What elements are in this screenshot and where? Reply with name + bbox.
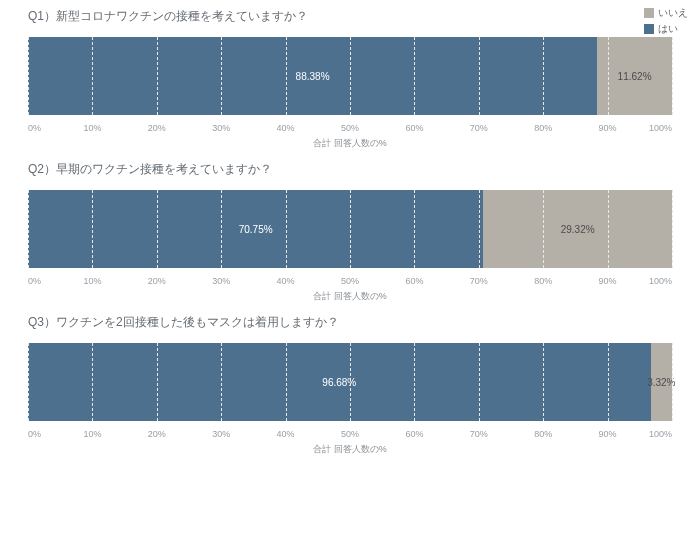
legend-item-yes: はい xyxy=(644,22,688,36)
tick-label: 80% xyxy=(534,123,552,133)
square-icon xyxy=(644,24,654,34)
tick-label: 60% xyxy=(405,429,423,439)
tick-label: 10% xyxy=(83,123,101,133)
tick-label: 70% xyxy=(470,429,488,439)
plot-area: 88.38%11.62% xyxy=(28,37,672,115)
legend-label-yes: はい xyxy=(658,22,678,36)
chart-block-q3: Q3）ワクチンを2回接種した後もマスクは着用しますか？96.68%3.32%0%… xyxy=(28,314,672,457)
tick-label: 20% xyxy=(148,276,166,286)
tick-label: 90% xyxy=(599,276,617,286)
tick-label: 50% xyxy=(341,123,359,133)
tick-label: 10% xyxy=(83,429,101,439)
charts-container: Q1）新型コロナワクチンの接種を考えていますか？88.38%11.62%0%10… xyxy=(0,0,700,475)
tick-label: 60% xyxy=(405,276,423,286)
chart-block-q2: Q2）早期のワクチン接種を考えていますか？70.75%29.32%0%10%20… xyxy=(28,161,672,304)
bar-segment-no: 29.32% xyxy=(483,190,672,268)
x-axis: 0%10%20%30%40%50%60%70%80%90%100%合計 回答人数… xyxy=(28,123,672,151)
tick-label: 30% xyxy=(212,276,230,286)
plot-area: 96.68%3.32% xyxy=(28,343,672,421)
x-axis-label: 合計 回答人数の% xyxy=(313,137,387,150)
stacked-bar: 70.75%29.32% xyxy=(28,190,672,268)
bar-segment-yes: 88.38% xyxy=(28,37,597,115)
stacked-bar: 96.68%3.32% xyxy=(28,343,672,421)
tick-label: 90% xyxy=(599,123,617,133)
legend-label-no: いいえ xyxy=(658,6,688,20)
tick-label: 80% xyxy=(534,276,552,286)
tick-label: 80% xyxy=(534,429,552,439)
tick-label: 40% xyxy=(277,123,295,133)
tick-label: 50% xyxy=(341,429,359,439)
tick-label: 40% xyxy=(277,276,295,286)
x-axis-label: 合計 回答人数の% xyxy=(313,443,387,456)
tick-label: 20% xyxy=(148,123,166,133)
question-title: Q2）早期のワクチン接種を考えていますか？ xyxy=(28,161,672,178)
bar-segment-yes: 70.75% xyxy=(28,190,483,268)
tick-label: 20% xyxy=(148,429,166,439)
tick-label: 40% xyxy=(277,429,295,439)
bar-segment-no: 11.62% xyxy=(597,37,672,115)
tick-label: 100% xyxy=(649,429,672,439)
x-axis: 0%10%20%30%40%50%60%70%80%90%100%合計 回答人数… xyxy=(28,276,672,304)
x-axis-label: 合計 回答人数の% xyxy=(313,290,387,303)
tick-label: 0% xyxy=(28,123,41,133)
tick-label: 30% xyxy=(212,123,230,133)
tick-label: 70% xyxy=(470,123,488,133)
bar-segment-yes: 96.68% xyxy=(28,343,651,421)
bar-segment-no: 3.32% xyxy=(651,343,672,421)
tick-label: 100% xyxy=(649,123,672,133)
tick-label: 50% xyxy=(341,276,359,286)
plot-area: 70.75%29.32% xyxy=(28,190,672,268)
stacked-bar: 88.38%11.62% xyxy=(28,37,672,115)
square-icon xyxy=(644,8,654,18)
legend-item-no: いいえ xyxy=(644,6,688,20)
tick-label: 100% xyxy=(649,276,672,286)
tick-label: 70% xyxy=(470,276,488,286)
tick-label: 10% xyxy=(83,276,101,286)
tick-label: 90% xyxy=(599,429,617,439)
question-title: Q1）新型コロナワクチンの接種を考えていますか？ xyxy=(28,8,672,25)
tick-label: 0% xyxy=(28,429,41,439)
chart-block-q1: Q1）新型コロナワクチンの接種を考えていますか？88.38%11.62%0%10… xyxy=(28,8,672,151)
x-axis: 0%10%20%30%40%50%60%70%80%90%100%合計 回答人数… xyxy=(28,429,672,457)
tick-label: 30% xyxy=(212,429,230,439)
legend: いいえ はい xyxy=(644,6,688,38)
tick-label: 60% xyxy=(405,123,423,133)
tick-label: 0% xyxy=(28,276,41,286)
question-title: Q3）ワクチンを2回接種した後もマスクは着用しますか？ xyxy=(28,314,672,331)
